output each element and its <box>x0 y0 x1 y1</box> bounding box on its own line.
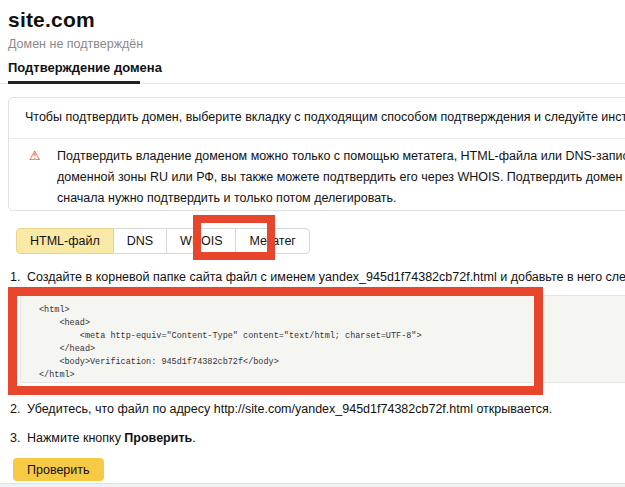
verification-code-block: <html> <head> <meta http-equiv="Content-… <box>20 295 625 383</box>
code-line: <html> <box>39 304 625 317</box>
code-line: <meta http-equiv="Content-Type" content=… <box>39 330 625 343</box>
tab-metatag[interactable]: Метатег <box>235 228 309 254</box>
warning-triangle-icon: ⚠ <box>29 149 41 162</box>
step-1-text: Создайте в корневой папке сайта файл с и… <box>27 270 625 284</box>
step-number: 1. <box>10 270 20 284</box>
step-3-suffix: . <box>192 431 195 445</box>
step-1: 1. Создайте в корневой папке сайта файл … <box>0 270 625 286</box>
step-2-text: Убедитесь, что файл по адресу http://sit… <box>27 402 552 416</box>
step-3-button-name: Проверить <box>124 431 192 445</box>
tab-domain-confirmation[interactable]: Подтверждение домена <box>8 60 162 75</box>
code-line: </head> <box>39 343 625 356</box>
tab-dns[interactable]: DNS <box>113 228 167 254</box>
step-number: 2. <box>10 402 20 416</box>
verification-method-tabs: HTML-файл DNS WHOIS Метатег <box>16 228 310 254</box>
page: site.com Домен не подтверждён Подтвержде… <box>0 0 625 487</box>
panel-divider <box>9 138 625 139</box>
code-line: </html> <box>39 369 625 382</box>
tab-html-file[interactable]: HTML-файл <box>16 228 114 254</box>
bottom-section-edge <box>0 483 625 487</box>
step-number: 3. <box>10 431 20 445</box>
step-3-text: Нажмите кнопку Проверить. <box>27 431 196 445</box>
step-3-prefix: Нажмите кнопку <box>27 431 124 445</box>
info-panel: Чтобы подтвердить домен, выберите вкладк… <box>8 97 625 211</box>
code-lines: <html> <head> <meta http-equiv="Content-… <box>21 296 625 382</box>
active-tab-underline <box>8 81 140 84</box>
warning-line: доменной зоны RU или РФ, вы также можете… <box>57 167 625 188</box>
page-title: site.com <box>8 8 95 32</box>
domain-status-text: Домен не подтверждён <box>8 37 143 51</box>
warning-line: Подтвердить владение доменом можно тольк… <box>57 146 625 167</box>
code-line: <head> <box>39 317 625 330</box>
code-line: <body>Verification: 945d1f74382cb72f</bo… <box>39 356 625 369</box>
intro-text: Чтобы подтвердить домен, выберите вкладк… <box>25 110 625 124</box>
verify-button[interactable]: Проверить <box>13 458 104 481</box>
warning-text: Подтвердить владение доменом можно тольк… <box>57 146 625 209</box>
step-2: 2. Убедитесь, что файл по адресу http://… <box>0 402 625 418</box>
tab-whois[interactable]: WHOIS <box>166 228 236 254</box>
warning-line: сначала нужно подтвердить и только потом… <box>57 188 625 209</box>
step-3: 3. Нажмите кнопку Проверить. <box>0 431 625 447</box>
